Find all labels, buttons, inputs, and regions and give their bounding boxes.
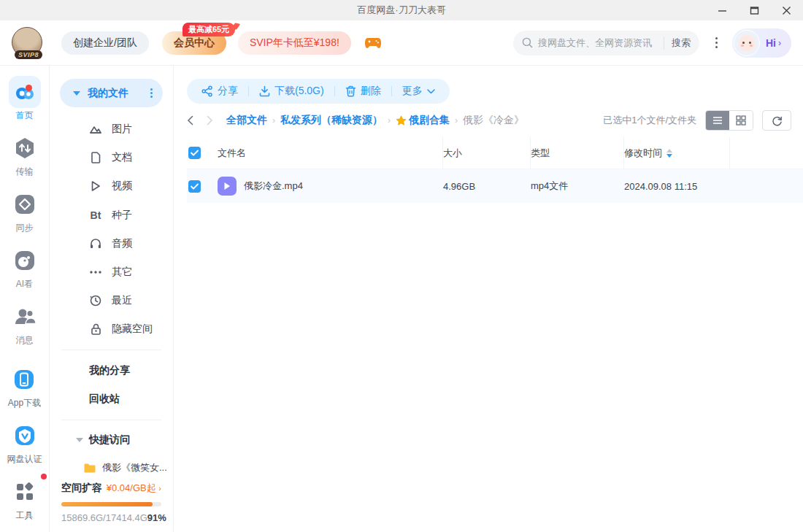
sidebar-item-pictures[interactable]: 图片 <box>50 115 173 143</box>
table-row[interactable]: 俄影冷金.mp4 4.96GB mp4文件 2024.09.08 11:15 <box>187 169 803 203</box>
storage-panel: 空间扩容 ¥0.04/GB起 › 15869.6G/17414.4G91% <box>50 482 173 523</box>
audio-icon <box>89 238 102 249</box>
quick-access-label: 快捷访问 <box>89 433 130 447</box>
svip-level-label: SVIP8 <box>15 50 42 59</box>
ellipsis-icon <box>89 271 102 274</box>
chevron-down-icon <box>427 89 435 94</box>
list-view-button[interactable] <box>706 111 729 130</box>
more-menu-icon[interactable] <box>712 34 721 51</box>
breadcrumb-all-files[interactable]: 全部文件 <box>226 114 267 127</box>
rail-label-verification: 网盘认证 <box>7 453 42 466</box>
storage-upgrade-link[interactable]: ¥0.04/GB起 › <box>107 482 161 495</box>
user-account-button[interactable]: Hi › <box>732 28 791 58</box>
forward-button[interactable] <box>207 115 213 126</box>
create-team-button[interactable]: 创建企业/团队 <box>61 31 149 55</box>
sidebar-item-audio[interactable]: 音频 <box>50 229 173 258</box>
rail-item-messages[interactable]: 消息 <box>9 301 41 347</box>
back-button[interactable] <box>187 115 193 126</box>
search-input[interactable] <box>538 37 661 48</box>
column-header-modified[interactable]: 修改时间 <box>624 137 730 169</box>
selection-info: 已选中1个文件/文件夹 <box>603 114 696 127</box>
breadcrumb-bar: 全部文件 › 私发系列（稀缺资源） › 俄剧合集 › 俄影《冷金》 已选中1个文… <box>187 104 803 137</box>
pictures-icon <box>89 123 102 134</box>
clock-icon <box>89 295 102 307</box>
breadcrumb-private-series[interactable]: 私发系列（稀缺资源） <box>280 114 383 127</box>
rail-label-messages: 消息 <box>16 334 34 347</box>
videos-icon <box>89 180 102 192</box>
rail-item-sync[interactable]: 同步 <box>9 188 41 234</box>
grid-view-button[interactable] <box>729 111 753 130</box>
app-window: 百度网盘·刀刀大表哥 SVIP8 创建企业/团队 会员中心 最高减65元 SVI… <box>0 0 803 532</box>
app-download-icon <box>8 363 40 396</box>
lock-icon <box>89 323 102 335</box>
storage-percent: 91% <box>147 512 166 523</box>
svip-level-badge[interactable]: SVIP8 <box>12 27 45 59</box>
sidebar-item-quick-access[interactable]: 快捷访问 <box>50 426 173 455</box>
rail-item-home[interactable]: 首页 <box>9 76 41 122</box>
storage-progress-fill <box>61 502 153 506</box>
row-checkbox[interactable] <box>188 180 201 193</box>
titlebar: 百度网盘·刀刀大表哥 <box>0 0 803 20</box>
documents-label: 文档 <box>112 151 132 164</box>
search-icon <box>522 37 533 48</box>
rail-item-tools[interactable]: 工具 <box>9 476 41 522</box>
my-files-menu-icon[interactable] <box>150 88 153 98</box>
sidebar-item-documents[interactable]: 文档 <box>50 143 173 171</box>
file-size: 4.96GB <box>443 181 531 192</box>
recent-label: 最近 <box>112 294 132 307</box>
greeting-text: Hi <box>766 37 776 49</box>
sidebar-item-torrents[interactable]: Bt 种子 <box>50 201 173 229</box>
quick-access-folder[interactable]: 俄影《微笑女... <box>50 455 173 482</box>
sidebar-item-my-shares[interactable]: 我的分享 <box>50 356 173 385</box>
breadcrumb-separator: › <box>388 115 391 126</box>
avatar <box>734 30 760 56</box>
vip-center-button[interactable]: 会员中心 最高减65元 <box>162 31 226 55</box>
sidebar: 我的文件 图片 文档 视频 B <box>50 66 174 532</box>
videos-label: 视频 <box>112 180 132 193</box>
sidebar-item-recycle-bin[interactable]: 回收站 <box>50 385 173 413</box>
divider <box>248 86 249 96</box>
transfer-icon <box>9 132 41 164</box>
file-type: mp4文件 <box>531 180 624 193</box>
notification-dot <box>41 474 47 479</box>
sidebar-item-other[interactable]: 其它 <box>50 258 173 286</box>
sidebar-item-hidden-space[interactable]: 隐藏空间 <box>50 315 173 344</box>
rail-item-ai-view[interactable]: AI看 <box>9 244 41 290</box>
select-all-checkbox[interactable] <box>188 147 201 159</box>
column-header-size[interactable]: 大小 <box>443 137 531 169</box>
maximize-button[interactable] <box>748 4 761 17</box>
sidebar-item-videos[interactable]: 视频 <box>50 172 173 201</box>
pictures-label: 图片 <box>112 123 132 136</box>
rail-item-transfer[interactable]: 传输 <box>9 132 41 178</box>
column-header-type[interactable]: 类型 <box>531 137 624 169</box>
tools-icon <box>9 476 41 508</box>
sidebar-item-my-files[interactable]: 我的文件 <box>60 79 163 107</box>
audio-label: 音频 <box>112 237 132 250</box>
rail-item-app-download[interactable]: App下载 <box>8 363 41 409</box>
table-header: 文件名 大小 类型 修改时间 <box>187 137 803 169</box>
nav-rail: 首页 传输 同步 AI看 <box>0 66 50 532</box>
delete-button[interactable]: 删除 <box>345 85 381 98</box>
refresh-button[interactable] <box>762 110 791 131</box>
action-bar: 分享 下载(5.0G) 删除 更多 <box>187 79 803 104</box>
game-icon[interactable] <box>364 36 382 50</box>
svip-promo-banner[interactable]: SVIP年卡低至¥198! <box>238 31 351 55</box>
sort-icon[interactable] <box>666 149 672 158</box>
divider <box>391 86 392 96</box>
torrent-bt-icon: Bt <box>89 209 102 221</box>
minimize-button[interactable] <box>715 4 729 17</box>
more-button[interactable]: 更多 <box>402 85 435 98</box>
window-controls <box>715 0 797 20</box>
messages-icon <box>9 301 41 333</box>
rail-item-verification[interactable]: 网盘认证 <box>7 420 42 466</box>
column-header-name[interactable]: 文件名 <box>218 137 443 169</box>
breadcrumb-russian-drama[interactable]: 俄剧合集 <box>409 114 450 127</box>
share-button[interactable]: 分享 <box>201 85 238 98</box>
sidebar-item-recent[interactable]: 最近 <box>50 287 173 315</box>
search-box[interactable]: 搜索 <box>513 31 699 55</box>
download-button[interactable]: 下载(5.0G) <box>259 85 324 98</box>
file-table: 文件名 大小 类型 修改时间 <box>187 137 803 203</box>
search-button[interactable]: 搜索 <box>664 36 691 50</box>
file-name[interactable]: 俄影冷金.mp4 <box>244 180 303 193</box>
close-button[interactable] <box>780 4 793 17</box>
